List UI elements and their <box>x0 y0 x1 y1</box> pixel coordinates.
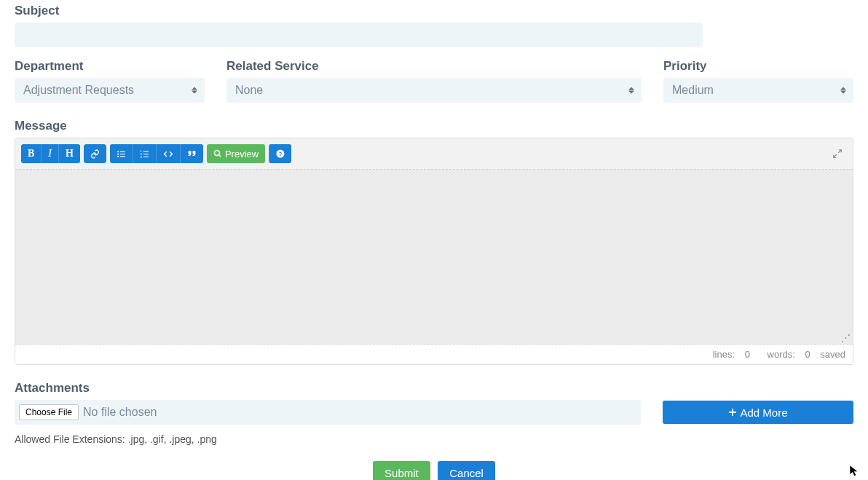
code-button[interactable] <box>156 144 180 163</box>
cancel-button[interactable]: Cancel <box>438 461 495 480</box>
help-button[interactable]: ? <box>269 144 291 163</box>
svg-point-2 <box>117 153 119 154</box>
svg-point-4 <box>117 155 119 157</box>
heading-button[interactable]: H <box>58 144 80 163</box>
editor-toolbar: B I H <box>15 138 853 170</box>
updown-icon <box>192 87 197 94</box>
attachments-section: Attachments Choose File No file chosen A… <box>15 381 853 445</box>
list-ul-icon <box>117 149 126 159</box>
svg-rect-7 <box>143 151 149 152</box>
fullscreen-button[interactable] <box>832 149 847 159</box>
related-service-label: Related Service <box>226 59 642 74</box>
department-selected-value: Adjustment Requests <box>23 84 134 97</box>
svg-text:3: 3 <box>140 154 142 158</box>
meta-row: Department Adjustment Requests Related S… <box>15 59 853 103</box>
expand-icon <box>832 149 843 159</box>
italic-button[interactable]: I <box>41 144 58 163</box>
svg-rect-1 <box>120 151 125 152</box>
subject-section: Subject <box>15 4 853 47</box>
words-count: words: 0 <box>760 349 810 360</box>
svg-line-13 <box>218 155 221 157</box>
link-button[interactable] <box>84 144 106 163</box>
quote-icon <box>187 149 197 159</box>
priority-selected-value: Medium <box>672 84 714 97</box>
svg-rect-5 <box>120 156 125 157</box>
list-ol-icon: 123 <box>140 149 149 159</box>
list-code-group: 123 <box>110 144 203 163</box>
message-label: Message <box>15 119 853 133</box>
help-icon: ? <box>276 149 285 158</box>
priority-label: Priority <box>663 59 853 74</box>
plus-icon <box>728 408 737 417</box>
link-icon <box>90 149 100 159</box>
allowed-extensions-text: Allowed File Extensions: .jpg, .gif, .jp… <box>15 433 853 445</box>
ul-button[interactable] <box>110 144 133 163</box>
svg-rect-19 <box>729 412 736 413</box>
quote-button[interactable] <box>180 144 203 163</box>
subject-input[interactable] <box>15 23 703 47</box>
saved-status: saved <box>820 349 845 360</box>
svg-rect-9 <box>143 153 149 154</box>
submit-button[interactable]: Submit <box>373 461 430 480</box>
department-section: Department Adjustment Requests <box>15 59 205 103</box>
editor: B I H <box>15 138 853 365</box>
updown-icon <box>840 87 846 94</box>
svg-rect-3 <box>120 153 125 154</box>
svg-line-16 <box>838 150 841 153</box>
svg-rect-11 <box>143 156 149 157</box>
code-icon <box>163 149 173 159</box>
text-style-group: B I H <box>21 144 80 163</box>
lines-count: lines: 0 <box>706 349 750 360</box>
svg-line-17 <box>834 154 837 157</box>
attachments-row: Choose File No file chosen Add More <box>15 400 853 425</box>
file-input[interactable]: Choose File No file chosen <box>15 400 641 425</box>
svg-point-0 <box>117 151 119 152</box>
ol-button[interactable]: 123 <box>133 144 156 163</box>
message-textarea[interactable]: ⋰ <box>15 170 853 345</box>
related-service-section: Related Service None <box>226 59 642 103</box>
department-label: Department <box>15 59 205 74</box>
message-section: Message B I H <box>15 119 853 365</box>
subject-label: Subject <box>15 4 853 18</box>
ticket-form: Subject Department Adjustment Requests R… <box>0 0 868 480</box>
related-service-select[interactable]: None <box>226 78 642 103</box>
bold-button[interactable]: B <box>21 144 41 163</box>
attachments-label: Attachments <box>15 381 853 396</box>
form-actions: Submit Cancel <box>15 461 853 480</box>
cursor-icon <box>849 465 861 476</box>
search-icon <box>213 149 222 158</box>
file-chosen-text: No file chosen <box>83 406 157 419</box>
link-group <box>84 144 106 163</box>
resize-grip-icon[interactable]: ⋰ <box>841 333 851 342</box>
priority-section: Priority Medium <box>663 59 853 103</box>
related-service-selected-value: None <box>235 84 263 97</box>
department-select[interactable]: Adjustment Requests <box>15 78 205 103</box>
svg-point-12 <box>214 151 219 156</box>
updown-icon <box>628 87 634 94</box>
editor-status-bar: lines: 0 words: 0 saved <box>15 345 853 364</box>
priority-select[interactable]: Medium <box>663 78 853 103</box>
add-more-button[interactable]: Add More <box>663 401 853 424</box>
preview-button[interactable]: Preview <box>207 144 265 163</box>
add-more-label: Add More <box>740 406 787 419</box>
svg-text:?: ? <box>279 151 283 157</box>
preview-button-label: Preview <box>225 149 259 160</box>
choose-file-button[interactable]: Choose File <box>19 404 79 420</box>
